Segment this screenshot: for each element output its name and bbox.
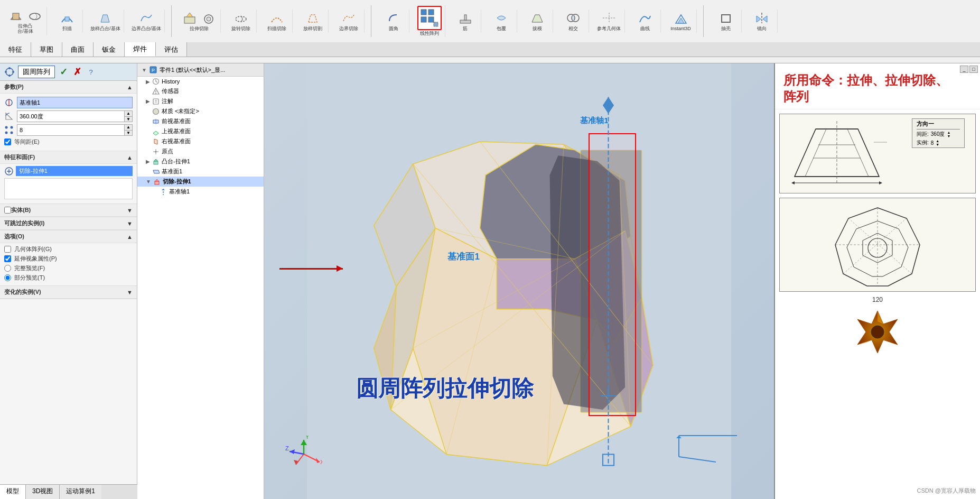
tree-item-datum-axis1[interactable]: 基准轴1 [137,187,264,197]
sweep-icon[interactable] [59,11,76,25]
instant3d-icon[interactable] [673,11,689,25]
fillet-icon[interactable] [385,11,402,25]
revolve-boss-icon[interactable] [26,8,43,23]
rib-label: 筋 [463,26,468,32]
confirm-button[interactable]: ✓ [58,67,69,77]
toolbar-group-draft: 拔模 [521,10,553,33]
ref-geom-icon[interactable] [601,11,618,25]
tree-item-datum-plane1[interactable]: 基准面1 [137,167,264,177]
feature-selected-item[interactable]: 切除-拉伸1 [16,166,133,176]
angle-value: 360度 [931,131,945,138]
intersect-icon[interactable] [565,11,582,25]
rib-icon[interactable] [457,11,474,25]
geom-array-checkbox[interactable] [4,246,11,253]
tab-evaluate[interactable]: 评估 [156,42,187,57]
linear-pattern-icon[interactable] [417,6,442,30]
boundary-icon[interactable] [138,11,155,25]
help-button[interactable]: ? [86,67,96,77]
svg-point-33 [8,75,11,77]
variable-section-header[interactable]: 变化的实例(V) ▼ [0,286,137,299]
tree-item-front-plane[interactable]: 前视基准面 [137,116,264,126]
geom-array-label: 几何体阵列(G) [14,245,52,253]
extend-visual-checkbox[interactable] [4,255,11,262]
revolve-cut-label: 旋转切除 [231,26,250,32]
loft-icon[interactable] [97,11,114,25]
bottom-tab-3dview[interactable]: 3D视图 [26,485,60,499]
top-drawing-svg [784,118,890,187]
params-section-header[interactable]: 参数(P) ▲ [0,81,137,94]
solid-section-header[interactable]: 实体(B) ▼ [0,204,137,217]
boundary-cut-icon[interactable] [340,11,357,25]
tab-feature[interactable]: 特征 [0,42,31,57]
axis-input[interactable] [17,97,133,108]
angle-spinner[interactable]: ▲ ▼ [124,110,133,122]
geom-array-row: 几何体阵列(G) [4,245,133,253]
cancel-button[interactable]: ✗ [72,67,82,77]
wrap-icon[interactable] [493,11,510,25]
maximize-button[interactable]: □ [969,66,978,73]
datum-axis-icon [160,188,167,196]
svg-point-9 [236,16,246,22]
tab-surface[interactable]: 曲面 [62,42,94,57]
mirror-icon[interactable] [753,11,770,25]
skip-section-header[interactable]: 可跳过的实例(I) ▼ [0,217,137,230]
tree-item-boss-extrude1[interactable]: ▶ 凸台-拉伸1 [137,156,264,167]
solid-checkbox[interactable] [4,207,11,214]
extrude-cut-icon[interactable] [181,11,198,25]
toolbar-group-loft: 放样凸台/基体 [87,10,124,33]
count-spinner[interactable]: ▲ ▼ [124,124,133,136]
partial-preview-radio[interactable] [4,274,11,281]
viewport[interactable]: 基准面1 基准轴1 圆周阵列拉伸切除 [264,63,774,499]
toolbar-group-linear-pattern: 线性阵列 [414,5,445,38]
drawing-middle [779,198,976,292]
params-section-title: 参数(P) [4,83,24,91]
tree-item-sensor[interactable]: 传感器 [137,86,264,96]
tree-item-material[interactable]: 材质 <未指定> [137,106,264,116]
tree-item-annotation[interactable]: ▶ 注解 [137,96,264,106]
revolve-cut-icon[interactable] [232,11,249,25]
tree-root[interactable]: ▼ P 零件1 (默认<<默认>_显... [137,63,264,77]
sensor-icon [152,88,160,95]
count-down[interactable]: ▼ [125,131,132,136]
equal-spacing-checkbox[interactable] [4,138,11,145]
tab-weldment[interactable]: 焊件 [125,42,156,57]
angle-up[interactable]: ▲ [125,111,132,117]
extrude-boss-icon[interactable] [7,8,24,23]
toolbar-group-wrap: 包覆 [486,10,517,33]
svg-point-38 [11,126,13,129]
tree-item-origin[interactable]: 原点 [137,146,264,156]
feature-empty-slot[interactable] [4,178,133,199]
angle-input[interactable] [17,110,124,122]
options-section-header[interactable]: 选项(O) ▲ [0,230,137,243]
tab-sketch[interactable]: 草图 [31,42,62,57]
minimize-button[interactable]: _ [960,66,968,73]
svg-point-34 [5,71,7,73]
fillet-label: 圆角 [389,26,398,32]
sweep-cut-icon[interactable] [268,11,285,25]
full-preview-row: 完整预览(F) [4,264,133,272]
tree-item-cut-extrude1[interactable]: ▼ 切除-拉伸1 [137,177,264,187]
params-content: ▲ ▼ [0,94,137,151]
curves-icon[interactable] [637,11,654,25]
svg-marker-121 [791,181,795,184]
bottom-tab-model[interactable]: 模型 [0,485,26,499]
loft-cut-icon[interactable] [304,11,321,25]
partial-preview-row: 部分预览(T) [4,274,133,282]
count-up[interactable]: ▲ [125,125,132,131]
count-input[interactable] [17,124,124,136]
toolbar-group-boundary: 边界凸台/基体 [128,10,165,33]
full-preview-radio[interactable] [4,265,11,272]
draft-icon[interactable] [529,11,546,25]
tab-sheetmetal[interactable]: 钣金 [94,42,125,57]
dim-120: 120 [872,296,883,303]
instant3d-label: Instant3D [670,26,691,32]
features-section-header[interactable]: 特征和面(F) ▲ [0,151,137,164]
angle-down[interactable]: ▼ [125,117,132,122]
hole-wizard-icon[interactable] [200,11,217,25]
tree-item-history[interactable]: ▶ History [137,77,264,86]
shell-icon[interactable] [717,11,734,25]
tree-item-top-plane[interactable]: 上视基准面 [137,126,264,136]
bottom-tab-motion[interactable]: 运动算例1 [60,485,101,499]
svg-rect-12 [428,10,434,15]
tree-item-right-plane[interactable]: 右视基准面 [137,136,264,146]
